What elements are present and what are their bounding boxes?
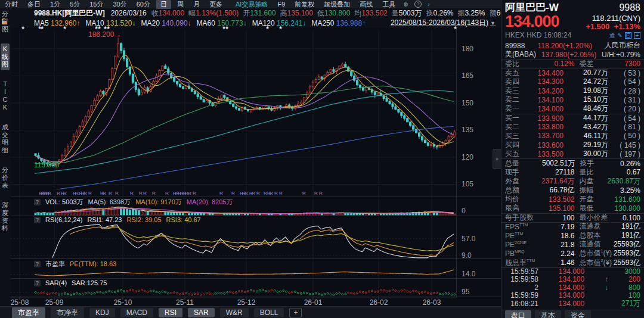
- quote-field-开: 开131.600: [243, 9, 275, 17]
- svg-text:25-12: 25-12: [237, 298, 256, 307]
- indicator-tab-BOLL[interactable]: BOLL: [254, 308, 284, 317]
- panel-tab-基本[interactable]: 基本: [535, 310, 561, 318]
- svg-text:R: R: [231, 191, 235, 196]
- period-tab-5分[interactable]: 5分: [65, 0, 85, 9]
- tape-row: 16:08:21134.000271万: [501, 300, 644, 308]
- toolbar-item-超级叠加[interactable]: 超级叠加: [319, 0, 355, 9]
- help-icon[interactable]: ?: [414, 1, 422, 8]
- ask-row-卖三[interactable]: 卖三134.20019.08万( 28 ): [501, 86, 644, 95]
- svg-text:25-11: 25-11: [176, 298, 194, 307]
- sidebar-item-成交明细[interactable]: 成交明细: [1, 121, 10, 156]
- period-tab-日[interactable]: 日: [156, 0, 171, 9]
- indicator-tab-KDJ[interactable]: KDJ: [89, 308, 115, 317]
- toolbar-item-工具[interactable]: 工具: [377, 0, 400, 9]
- sidebar-item-分时图[interactable]: 分时图: [1, 8, 10, 35]
- toolbar-item-AI交易策略[interactable]: AI交易策略: [231, 0, 273, 9]
- svg-text:R: R: [63, 191, 67, 196]
- sar-legend: ?SAR(4)SAR:125.75: [34, 279, 116, 286]
- panel-tab-资金[interactable]: 资金: [565, 310, 591, 318]
- indicator-tabbar: 市盈率市净率KDJMACDRSISARW&RBOLL+: [0, 306, 501, 318]
- panel-tabbar: 盘口基本资金: [501, 310, 644, 318]
- period-tab-周[interactable]: 周: [172, 0, 188, 9]
- chevron-right-icon[interactable]: ›: [428, 1, 429, 8]
- svg-text:25-10: 25-10: [114, 298, 132, 307]
- svg-text:R: R: [48, 191, 51, 196]
- ma-values: MA5 132.960↑MA10 131.520↓MA20 140.090↓MA…: [0, 19, 371, 27]
- chevron-down-icon: ▼: [490, 20, 496, 26]
- quote-header-icons: 通✎⊡+: [607, 31, 640, 40]
- help-icon[interactable]: ?: [34, 217, 41, 223]
- ask-row-卖五[interactable]: 卖五134.40020.77万( 53 ): [501, 68, 644, 77]
- quote-field-振: 振3.25%: [457, 9, 485, 17]
- toolbar-item-画线[interactable]: 画线: [355, 0, 377, 9]
- svg-text:14.0: 14.0: [462, 270, 476, 278]
- indicator-tab-+[interactable]: +: [289, 308, 302, 317]
- svg-text:R: R: [244, 191, 248, 196]
- tape-row: 15:59:58134.100↑200: [501, 275, 644, 283]
- help-icon[interactable]: ?: [34, 199, 41, 205]
- tong-badge-icon[interactable]: 通: [609, 32, 615, 39]
- svg-text:R: R: [188, 191, 191, 196]
- exchange-time-label: HKEX HKD 16:08:24: [505, 31, 571, 40]
- svg-text:R: R: [270, 191, 273, 196]
- sidebar-item-深度资料[interactable]: 深度资料: [1, 199, 10, 234]
- date-range-selector[interactable]: 2025/08/15-2026/03/16(143日) ▼: [391, 18, 497, 28]
- svg-text:R: R: [88, 191, 92, 196]
- help-icon[interactable]: ?: [34, 280, 41, 286]
- period-tab-月[interactable]: 月: [188, 0, 205, 9]
- add-icon[interactable]: +: [634, 32, 640, 39]
- svg-text:26-02: 26-02: [370, 298, 388, 307]
- sidebar-item-K线图[interactable]: K线图: [1, 43, 10, 70]
- period-tab-1分[interactable]: 1分: [45, 0, 65, 9]
- quote-field-量: 量5003万: [392, 9, 422, 17]
- indicator-tab-W&R[interactable]: W&R: [220, 308, 249, 317]
- svg-text:R: R: [279, 191, 283, 196]
- last-price: 134.000: [505, 13, 559, 31]
- bid-row-买三[interactable]: 买三133.70046.11万( 50 ): [501, 132, 644, 141]
- toolbar-item-前复权[interactable]: 前复权: [290, 0, 319, 9]
- svg-text:R: R: [57, 191, 60, 196]
- period-tab-分时[interactable]: 分时: [0, 0, 23, 9]
- toolbar-item-F9[interactable]: F9: [273, 1, 290, 8]
- quote-field-幅: 幅1.13%(1.500): [188, 9, 239, 17]
- period-tab-15分[interactable]: 15分: [85, 0, 108, 9]
- period-tab-更多[interactable]: 更多: [205, 0, 227, 9]
- bid-row-买一[interactable]: 买一133.90044.17万( 54 ): [501, 114, 644, 123]
- indicator-tab-MACD[interactable]: MACD: [120, 308, 153, 317]
- collapse-panel-handle[interactable]: »: [493, 149, 501, 169]
- panel-tab-盘口[interactable]: 盘口: [505, 310, 531, 318]
- bid-row-买五[interactable]: 买五133.50030.00万( 197 ): [501, 149, 644, 158]
- svg-text:9.0: 9.0: [462, 251, 472, 260]
- svg-text:R: R: [139, 191, 143, 196]
- indicator-tab-市盈率[interactable]: 市盈率: [12, 307, 45, 318]
- sidebar-item-分价表[interactable]: 分价表: [1, 164, 10, 191]
- date-label: 2026/03/16: [111, 9, 147, 17]
- indicator-tab-SAR[interactable]: SAR: [188, 308, 215, 317]
- gear-icon[interactable]: ⚙: [403, 1, 408, 8]
- quote-field-换: 换0.26%: [426, 9, 453, 17]
- screenshot-icon[interactable]: ⊡: [625, 32, 631, 39]
- svg-text:R: R: [115, 191, 119, 196]
- svg-text:26-01: 26-01: [304, 298, 323, 307]
- period-tab-30分[interactable]: 30分: [109, 0, 132, 9]
- period-tab-多日[interactable]: 多日: [23, 0, 45, 9]
- indicator-tab-市净率[interactable]: 市净率: [51, 307, 84, 318]
- fin-row-PE: PE2026E21.8流通值25593亿: [501, 240, 644, 249]
- indicator-tab-RSI[interactable]: RSI: [159, 308, 182, 317]
- svg-text:95: 95: [462, 288, 470, 296]
- ma-item-MA120: MA120 156.241↓: [252, 19, 306, 27]
- tape-row: 2134.000↓800: [501, 283, 644, 292]
- ask-row-卖四[interactable]: 卖四134.30024.72万( 54 ): [501, 77, 644, 86]
- quote-field-低: 低130.800: [317, 9, 350, 17]
- bid-row-买二[interactable]: 买二133.80043.42万( 81 ): [501, 123, 644, 132]
- ask-row-卖一[interactable]: 卖一134.00048.46万( 20 ): [501, 104, 644, 113]
- period-tab-60分[interactable]: 60分: [132, 0, 155, 9]
- svg-text:186.200→: 186.200→: [88, 30, 121, 39]
- quote-field-高: 高135.100: [280, 9, 313, 17]
- pencil-icon[interactable]: ✎: [618, 32, 623, 39]
- help-icon[interactable]: ?: [34, 261, 41, 267]
- sidebar-item-TICK[interactable]: TICK: [1, 79, 10, 113]
- svg-text:180: 180: [462, 45, 473, 53]
- ask-row-卖二[interactable]: 卖二134.10015.10万( 31 ): [501, 95, 644, 104]
- bid-row-买四[interactable]: 买四133.60029.19万( 145 ): [501, 141, 644, 149]
